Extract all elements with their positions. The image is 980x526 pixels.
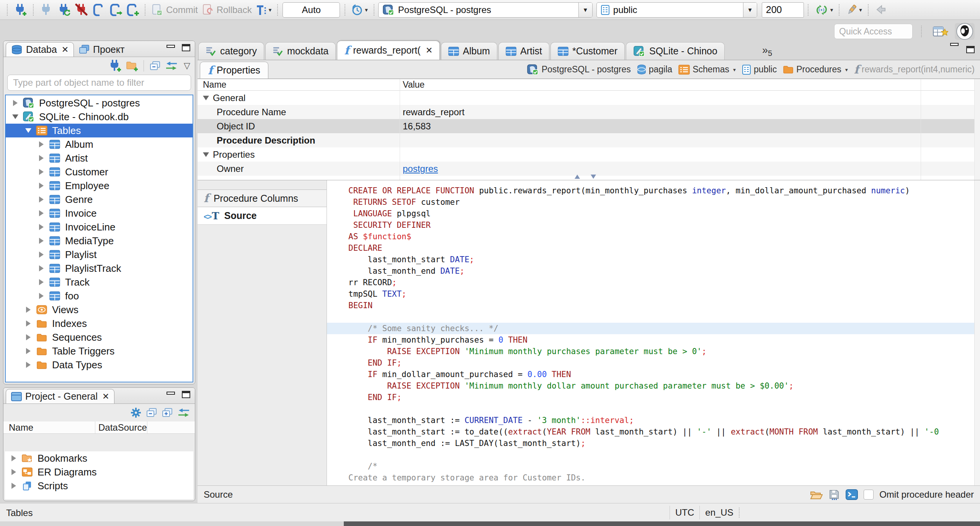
- breadcrumb-item-public[interactable]: public: [742, 64, 777, 75]
- breadcrumb-item-rewards-report-int4-numeric[interactable]: frewards_report(int4,numeric): [854, 64, 975, 75]
- chevron-down-icon[interactable]: [11, 114, 20, 119]
- chevron-down-icon[interactable]: [203, 152, 209, 157]
- tree-item-genre[interactable]: Genre: [6, 193, 193, 206]
- maximize-icon[interactable]: [966, 46, 975, 53]
- load-from-file-button[interactable]: [810, 489, 823, 500]
- collapse-all-button[interactable]: [146, 407, 157, 418]
- active-schema-combo[interactable]: public ▼: [596, 2, 757, 18]
- expand-all-button[interactable]: [162, 407, 173, 418]
- project-item-er-diagrams[interactable]: ER Diagrams: [5, 465, 193, 479]
- maximize-icon[interactable]: [182, 44, 190, 51]
- dropdown-arrow-icon[interactable]: ▾: [733, 67, 736, 73]
- new-sql-editor-button[interactable]: [124, 2, 141, 18]
- chevron-right-icon[interactable]: [37, 252, 46, 258]
- combo-dropdown-button[interactable]: ▼: [578, 3, 592, 17]
- editor-tab-mockdata[interactable]: mockdata: [265, 42, 336, 60]
- back-button[interactable]: [872, 2, 889, 18]
- tree-item-views[interactable]: Views: [6, 303, 193, 317]
- chevron-right-icon[interactable]: [37, 238, 46, 244]
- reconnect-button[interactable]: [55, 2, 73, 18]
- breadcrumb-item-procedures[interactable]: Procedures▾: [783, 64, 848, 75]
- commit-button[interactable]: Commit: [149, 2, 200, 18]
- tree-item-track[interactable]: Track: [6, 275, 193, 289]
- breadcrumb-item-schemas[interactable]: Schemas▾: [678, 64, 736, 75]
- tree-item-album[interactable]: Album: [6, 137, 193, 151]
- column-header-value[interactable]: Value: [400, 80, 980, 90]
- tree-item-data-types[interactable]: Data Types: [6, 358, 193, 372]
- minimize-icon[interactable]: [950, 43, 959, 46]
- subtab-source[interactable]: <>TSource: [198, 207, 327, 225]
- property-row-procedure-description[interactable]: Procedure Description: [198, 133, 980, 147]
- column-header-datasource[interactable]: DataSource: [95, 421, 147, 433]
- view-menu-button[interactable]: ▽: [184, 61, 190, 71]
- subtab-procedure-columns[interactable]: fProcedure Columns: [198, 189, 327, 207]
- disconnect-button[interactable]: [73, 2, 90, 18]
- chevron-down-icon[interactable]: [24, 128, 33, 133]
- column-divider[interactable]: [400, 79, 400, 180]
- property-row-general[interactable]: General: [198, 91, 980, 105]
- tab-project-general[interactable]: Project - General ✕: [6, 389, 114, 403]
- chevron-right-icon[interactable]: [37, 279, 46, 285]
- minimize-icon[interactable]: [167, 392, 175, 395]
- locale-label[interactable]: en_US: [705, 507, 733, 518]
- close-icon[interactable]: ✕: [62, 45, 69, 55]
- column-divider[interactable]: [921, 79, 921, 180]
- tree-item-postgresql-postgres[interactable]: PostgreSQL - postgres: [6, 96, 193, 110]
- property-row-object-id[interactable]: Object ID16,583: [198, 119, 980, 133]
- property-row-owner[interactable]: Ownerpostgres: [198, 162, 980, 176]
- active-database-combo[interactable]: PostgreSQL - postgres ▼: [378, 2, 593, 18]
- tree-item-sqlite-chinook-db[interactable]: SQLite - Chinook.db: [6, 110, 193, 124]
- link-with-editor-button[interactable]: [177, 408, 190, 418]
- property-value-link[interactable]: postgres: [403, 163, 438, 174]
- tree-item-artist[interactable]: Artist: [6, 151, 193, 165]
- new-connection-button[interactable]: [11, 2, 29, 18]
- chevron-right-icon[interactable]: [37, 183, 46, 189]
- column-header-name[interactable]: Name: [198, 80, 400, 90]
- tree-item-table-triggers[interactable]: Table Triggers: [6, 344, 193, 358]
- rollback-button[interactable]: Rollback: [200, 2, 254, 18]
- link-with-editor-button[interactable]: [165, 61, 178, 71]
- chevron-right-icon[interactable]: [24, 348, 33, 354]
- connect-button[interactable]: [38, 2, 55, 18]
- sql-editor-button[interactable]: [90, 2, 107, 18]
- tab-database-navigator[interactable]: Databa ✕: [6, 42, 74, 57]
- scrollbar[interactable]: [974, 79, 980, 180]
- open-perspective-button[interactable]: [930, 23, 950, 40]
- chevron-right-icon[interactable]: [24, 307, 33, 313]
- editor-tab-rewards-report[interactable]: frewards_report(✕: [337, 41, 440, 60]
- chevron-right-icon[interactable]: [24, 320, 33, 327]
- tree-item-indexes[interactable]: Indexes: [6, 317, 193, 330]
- tree-item-sequences[interactable]: Sequences: [6, 330, 193, 344]
- property-row-properties[interactable]: Properties: [198, 147, 980, 162]
- tree-item-invoice[interactable]: Invoice: [6, 206, 193, 220]
- editor-tab-customer[interactable]: *Customer: [550, 42, 625, 60]
- transaction-log-button[interactable]: ▾: [254, 2, 274, 18]
- tree-item-tables[interactable]: Tables: [6, 124, 193, 137]
- chevron-right-icon[interactable]: [37, 265, 46, 271]
- tree-item-foo[interactable]: foo: [6, 289, 193, 303]
- editor-tab-sqlite-chinoo[interactable]: SQLite - Chinoo: [626, 42, 725, 60]
- chevron-right-icon[interactable]: [37, 196, 46, 203]
- close-icon[interactable]: ✕: [426, 46, 433, 56]
- tree-item-playlist[interactable]: Playlist: [6, 248, 193, 261]
- chevron-right-icon[interactable]: [37, 169, 46, 175]
- object-filter-input[interactable]: [7, 75, 191, 91]
- project-item-bookmarks[interactable]: Bookmarks: [5, 451, 193, 465]
- source-code-viewer[interactable]: CREATE OR REPLACE FUNCTION public.reward…: [327, 180, 974, 485]
- quick-access-input[interactable]: [834, 24, 913, 39]
- combo-dropdown-button[interactable]: ▼: [743, 3, 757, 17]
- chevron-down-icon[interactable]: [203, 96, 209, 100]
- collapse-all-button[interactable]: [149, 60, 161, 71]
- chevron-right-icon[interactable]: [11, 100, 20, 106]
- tree-item-playlisttrack[interactable]: PlaylistTrack: [6, 261, 193, 275]
- chevron-right-icon[interactable]: [10, 469, 18, 475]
- close-icon[interactable]: ✕: [102, 392, 109, 402]
- scrollbar[interactable]: [974, 180, 980, 485]
- editor-tab-category[interactable]: category: [198, 42, 264, 60]
- chevron-right-icon[interactable]: [37, 141, 46, 147]
- chevron-right-icon[interactable]: [37, 293, 46, 299]
- breadcrumb-item-pagila[interactable]: pagila: [637, 64, 672, 75]
- chevron-right-icon[interactable]: [10, 483, 18, 489]
- tree-item-invoiceline[interactable]: InvoiceLine: [6, 220, 193, 234]
- tree-item-mediatype[interactable]: MediaType: [6, 234, 193, 248]
